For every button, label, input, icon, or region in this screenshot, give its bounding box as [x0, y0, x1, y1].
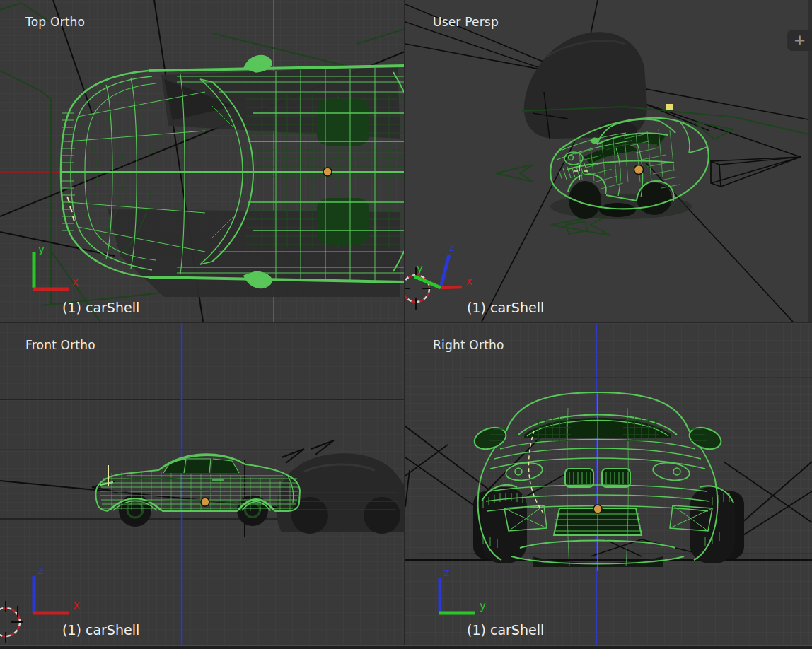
- silhouette-car-side[interactable]: [277, 453, 404, 534]
- axis-gizmo-persp: z y x: [414, 241, 472, 288]
- object-origin-dot[interactable]: [323, 168, 332, 176]
- viewport-name-label: Top Ortho: [25, 15, 85, 29]
- object-origin-dot[interactable]: [634, 165, 644, 175]
- gizmo-up-label: z: [38, 564, 44, 577]
- viewport-front-ortho[interactable]: z x Front Ortho (1) carShell: [0, 323, 404, 649]
- gizmo-right-label: x: [466, 275, 472, 288]
- axis-gizmo-right: z y: [439, 566, 486, 613]
- camera-frustum-lines: [405, 426, 812, 556]
- silhouette-car-persp[interactable]: [524, 32, 647, 141]
- right-ortho-scene: z y: [405, 323, 812, 649]
- gizmo-depth-label: y: [417, 262, 423, 275]
- carshell-wireframe-side[interactable]: [95, 454, 300, 527]
- user-persp-scene: z y x: [405, 0, 812, 322]
- expand-region-button[interactable]: +: [787, 30, 812, 51]
- axis-gizmo-front: z x: [33, 564, 80, 613]
- axis-gizmo-top: y x: [33, 243, 79, 289]
- viewport-right-ortho[interactable]: z y Right Ortho (1) carShell: [405, 323, 812, 649]
- carshell-wireframe-front[interactable]: [472, 392, 744, 571]
- viewport-user-persp[interactable]: z y x + User Persp (1) carShell: [405, 0, 812, 322]
- top-ortho-scene: y x: [0, 0, 404, 322]
- plus-icon: +: [794, 32, 806, 49]
- object-origin-dot[interactable]: [593, 505, 602, 513]
- front-ortho-scene: z x: [0, 323, 404, 649]
- gizmo-right-label: x: [74, 599, 80, 612]
- viewport-divider-horizontal[interactable]: [0, 322, 812, 323]
- active-object-label: (1) carShell: [467, 300, 544, 315]
- window-bottom-edge: [0, 645, 812, 649]
- object-origin-dot[interactable]: [201, 498, 209, 506]
- gizmo-up-label: y: [38, 243, 45, 256]
- gizmo-up-label: z: [449, 241, 455, 254]
- viewport-top-ortho[interactable]: y x Top Ortho (1) carShell: [0, 0, 404, 322]
- gizmo-right-label: x: [72, 276, 79, 288]
- gizmo-right-label: y: [480, 600, 486, 612]
- gizmo-up-label: z: [444, 566, 450, 579]
- active-object-label: (1) carShell: [467, 622, 544, 638]
- blender-quad-view: y x Top Ortho (1) carShell: [0, 0, 812, 649]
- viewport-name-label: Right Ortho: [433, 338, 504, 352]
- active-object-label: (1) carShell: [62, 300, 139, 315]
- active-object-label: (1) carShell: [62, 622, 139, 638]
- viewport-name-label: User Persp: [433, 15, 499, 29]
- viewport-divider-vertical[interactable]: [404, 0, 405, 649]
- viewport-name-label: Front Ortho: [25, 338, 95, 352]
- lamp-point[interactable]: [666, 104, 673, 110]
- 3d-cursor: [0, 601, 23, 643]
